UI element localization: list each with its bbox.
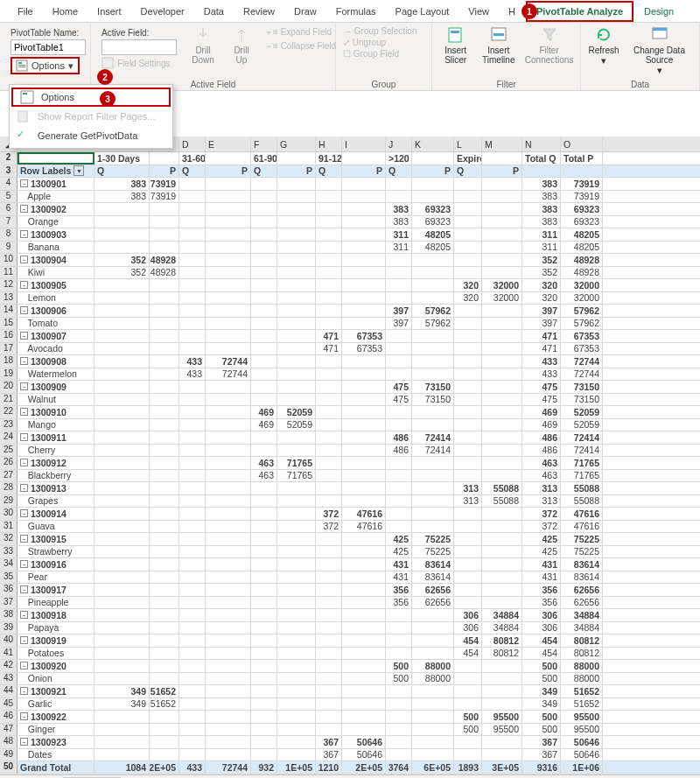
tab-data[interactable]: Data (195, 3, 233, 20)
options-button[interactable]: Options ▾ (10, 57, 80, 74)
tab-design[interactable]: Design (635, 3, 682, 20)
row-label[interactable]: Onion (18, 673, 94, 685)
row-label[interactable]: -1300909 (18, 381, 94, 393)
row-label[interactable]: Kiwi (18, 267, 94, 279)
active-field-input[interactable] (102, 39, 177, 55)
collapse-icon[interactable]: - (20, 738, 28, 746)
collapse-icon[interactable]: - (20, 230, 28, 238)
collapse-icon[interactable]: - (20, 687, 28, 695)
tab-insert[interactable]: Insert (88, 3, 130, 20)
col-E[interactable]: E (206, 137, 251, 151)
row-label[interactable]: Blackberry (18, 470, 94, 482)
row-label[interactable]: Apple (18, 191, 94, 203)
collapse-icon[interactable]: - (20, 636, 28, 644)
ungroup-button[interactable]: ⤢ Ungroup (341, 38, 426, 47)
row-label[interactable]: Banana (18, 242, 94, 254)
tab-page-layout[interactable]: Page Layout (387, 3, 458, 20)
col-L[interactable]: L (454, 137, 482, 151)
tab-pivottable-analyze[interactable]: PivotTable Analyze (526, 1, 634, 22)
row-label[interactable]: Walnut (18, 394, 94, 406)
row-label[interactable]: -1300914 (18, 508, 94, 520)
collapse-icon[interactable]: - (20, 205, 28, 213)
collapse-icon[interactable]: - (20, 585, 28, 593)
row-label[interactable]: -1300902 (18, 203, 94, 215)
collapse-icon[interactable]: - (20, 382, 28, 390)
col-D[interactable]: D (179, 137, 206, 151)
tab-developer[interactable]: Developer (132, 3, 193, 20)
row-label[interactable]: -1300912 (18, 457, 94, 469)
col-J[interactable]: J (386, 137, 412, 151)
row-labels-header[interactable]: Row Labels▼ (18, 165, 94, 178)
tab-file[interactable]: File (9, 3, 42, 20)
row-label[interactable]: -1300915 (18, 533, 94, 545)
filter-icon[interactable]: ▼ (74, 165, 84, 176)
collapse-icon[interactable]: - (20, 408, 28, 416)
collapse-icon[interactable]: - (20, 611, 28, 619)
row-label[interactable]: -1300911 (18, 431, 94, 444)
row-label[interactable]: -1300917 (18, 584, 94, 596)
row-label[interactable]: Ginger (18, 724, 94, 736)
row-label[interactable]: -1300919 (18, 634, 94, 647)
tab-view[interactable]: View (459, 3, 498, 20)
row-label[interactable]: Guava (18, 521, 94, 533)
col-O[interactable]: O (561, 137, 603, 151)
row-label[interactable]: Mango (18, 419, 94, 431)
tab-help[interactable]: H (500, 3, 524, 20)
collapse-icon[interactable]: - (20, 306, 28, 314)
row-label[interactable]: Watermelon (18, 368, 94, 381)
tab-review[interactable]: Review (234, 3, 284, 20)
col-K[interactable]: K (412, 137, 454, 151)
row-label[interactable]: Pineapple (18, 597, 94, 609)
row-label[interactable]: Garlic (18, 698, 94, 711)
row-label[interactable]: -1300910 (18, 406, 94, 418)
group-selection-button[interactable]: → Group Selection (341, 26, 426, 36)
pivot-grid[interactable]: 2 1-30 Days 31-60 Days 61-90 Days 91-120… (0, 152, 700, 774)
row-label[interactable]: Dates (18, 749, 94, 761)
collapse-icon[interactable]: - (20, 357, 28, 365)
collapse-icon[interactable]: - (20, 433, 28, 441)
row-label[interactable]: -1300908 (18, 355, 94, 368)
row-label[interactable]: -1300901 (18, 178, 94, 190)
group-field-button[interactable]: ☐ Group Field (341, 49, 426, 59)
collapse-icon[interactable]: - (20, 332, 28, 340)
collapse-icon[interactable]: - (20, 712, 28, 720)
row-label[interactable]: Orange (18, 216, 94, 228)
expand-field-button[interactable]: ＋≡ Expand Field (262, 26, 338, 39)
row-label[interactable]: -1300916 (18, 558, 94, 571)
collapse-icon[interactable]: - (20, 459, 28, 466)
selected-cell[interactable] (18, 152, 94, 165)
row-label[interactable]: Strawberry (18, 546, 94, 558)
collapse-icon[interactable]: - (20, 662, 28, 669)
tab-formulas[interactable]: Formulas (327, 3, 385, 20)
collapse-icon[interactable]: - (20, 535, 28, 543)
collapse-field-button[interactable]: －≡ Collapse Field (262, 40, 338, 53)
menu-generate-getpivotdata[interactable]: ✓ Generate GetPivotData (10, 126, 172, 145)
row-label[interactable]: -1300913 (18, 482, 94, 494)
collapse-icon[interactable]: - (20, 179, 28, 187)
row-label[interactable]: Cherry (18, 445, 94, 457)
col-N[interactable]: N (522, 137, 561, 151)
row-label[interactable]: Lemon (18, 292, 94, 305)
row-label[interactable]: Avocado (18, 343, 94, 355)
row-label[interactable]: -1300923 (18, 736, 94, 748)
collapse-icon[interactable]: - (20, 256, 28, 263)
field-settings-button[interactable]: Field Settings (102, 57, 177, 69)
collapse-icon[interactable]: - (20, 509, 28, 517)
collapse-icon[interactable]: - (20, 484, 28, 492)
col-I[interactable]: I (342, 137, 386, 151)
pivottable-name-input[interactable] (10, 39, 86, 55)
row-label[interactable]: -1300905 (18, 279, 94, 291)
row-label[interactable]: Pear (18, 571, 94, 584)
row-label[interactable]: -1300904 (18, 254, 94, 266)
collapse-icon[interactable]: - (20, 560, 28, 568)
menu-options[interactable]: Options (11, 88, 171, 107)
row-label[interactable]: Potatoes (18, 648, 94, 660)
col-G[interactable]: G (277, 137, 316, 151)
row-label[interactable]: Grapes (18, 495, 94, 508)
row-label[interactable]: -1300921 (18, 685, 94, 697)
row-label[interactable]: -1300922 (18, 711, 94, 723)
tab-draw[interactable]: Draw (285, 3, 326, 20)
row-label[interactable]: -1300918 (18, 609, 94, 621)
row-label[interactable]: -1300903 (18, 228, 94, 241)
collapse-icon[interactable]: - (20, 281, 28, 289)
